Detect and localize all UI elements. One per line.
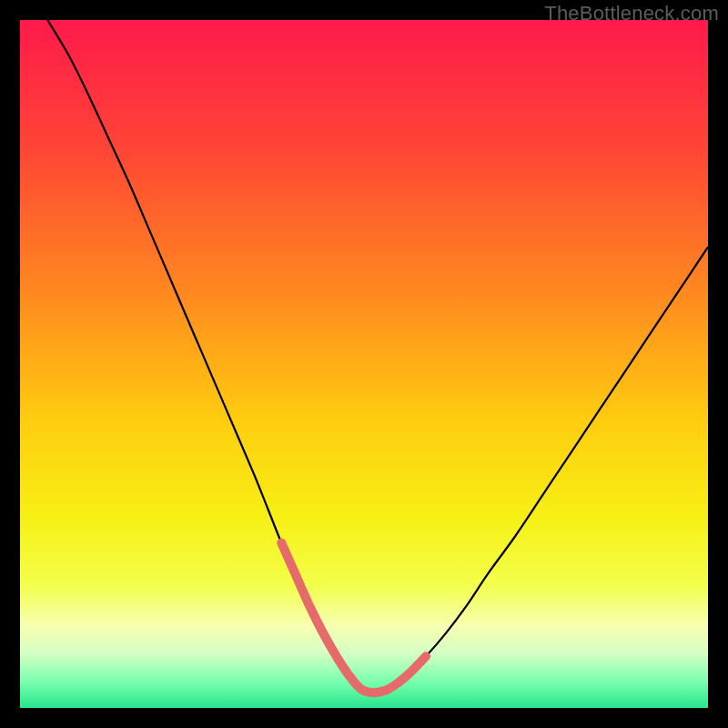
chart-container: TheBottleneck.com [0, 0, 728, 728]
bottleneck-chart [20, 20, 708, 708]
gradient-background [20, 20, 708, 708]
